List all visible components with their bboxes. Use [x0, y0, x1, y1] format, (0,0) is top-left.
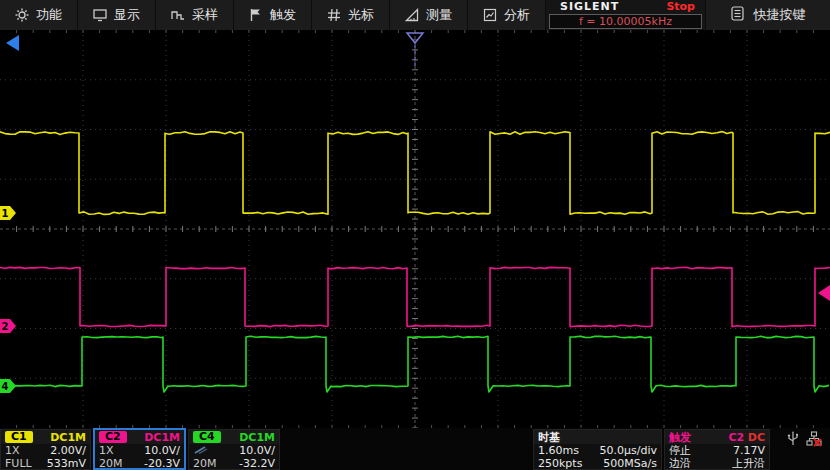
menu-item-measure[interactable]: 测量 — [390, 0, 468, 30]
menu-item-label: 光标 — [348, 6, 374, 24]
trigger-type: 边沿 — [669, 456, 691, 470]
offset-value: -32.2V — [239, 457, 275, 470]
sample-rate: 500MSa/s — [603, 457, 657, 470]
cursor-icon — [327, 8, 341, 22]
shortcut-keys-label: 快捷按键 — [754, 6, 806, 24]
channel-position-label: 4 — [2, 381, 9, 392]
menu-item-analysis[interactable]: 分析 — [468, 0, 546, 30]
gear-icon — [15, 8, 29, 22]
volts-per-div: 2.00V/ — [50, 444, 86, 457]
volts-per-div: 10.0V/ — [144, 444, 180, 457]
channel-box-c4[interactable]: C4 DC1M 10.0V/ 20M -32.2V — [188, 429, 280, 470]
menu-item-label: 采样 — [192, 6, 218, 24]
menu-item-label: 功能 — [36, 6, 62, 24]
menu-item-trigger[interactable]: 触发 — [234, 0, 312, 30]
offset-value: 533mV — [47, 457, 86, 470]
trigger-delay-marker[interactable] — [6, 35, 19, 51]
bandwidth-label: 20M — [193, 457, 217, 470]
channel-badge-c1: C1 — [5, 431, 33, 443]
measure-icon — [405, 8, 419, 22]
offset-value: -20.3V — [144, 457, 180, 470]
lan-disconnected-icon — [806, 431, 822, 450]
channel-badge-c2: C2 — [99, 431, 127, 443]
trigger-source: C2 — [729, 431, 745, 444]
coupling-label: DC1M — [239, 431, 275, 444]
graticule-and-traces: 124 — [0, 30, 830, 428]
channel-box-c1[interactable]: C1 DC1M 1X 2.00V/ FULL 533mV — [0, 429, 91, 470]
trigger-flag-icon — [249, 8, 263, 22]
logo-status-block: SIGLENT Stop f = 10.00005kHz — [546, 0, 706, 30]
attenuation-label: 1X — [99, 444, 114, 457]
menu-item-label: 分析 — [504, 6, 530, 24]
usb-icon — [786, 431, 800, 450]
timebase-box[interactable]: 时基 1.60ms 50.0µs/div 250kpts 500MSa/s — [533, 429, 662, 470]
menu-bar: 功能 显示 采样 触发 光标 测量 分析 SIGLENT — [0, 0, 830, 30]
menu-item-cursors[interactable]: 光标 — [312, 0, 390, 30]
menu-item-label: 显示 — [114, 6, 140, 24]
channel-position-label: 2 — [2, 321, 9, 332]
channel-box-c2[interactable]: C2 DC1M 1X 10.0V/ 20M -20.3V — [93, 428, 186, 470]
analysis-icon — [483, 8, 497, 22]
brand-logo: SIGLENT — [560, 0, 619, 13]
skew-icon — [193, 444, 209, 457]
trigger-coupling: DC — [748, 431, 765, 444]
acquisition-status: Stop — [666, 0, 695, 13]
coupling-label: DC1M — [144, 431, 180, 444]
menu-item-acquire[interactable]: 采样 — [156, 0, 234, 30]
trigger-box[interactable]: 触发 C2 DC 停止 7.17V 边沿 上升沿 — [664, 429, 770, 470]
trigger-slope: 上升沿 — [732, 456, 765, 470]
bandwidth-label: FULL — [5, 457, 32, 470]
volts-per-div: 10.0V/ — [239, 444, 275, 457]
menu-item-function[interactable]: 功能 — [0, 0, 78, 30]
timebase-delay: 1.60ms — [538, 444, 579, 457]
trigger-level-marker[interactable] — [818, 285, 830, 301]
coupling-label: DC1M — [50, 431, 86, 444]
menu-item-display[interactable]: 显示 — [78, 0, 156, 30]
channel-position-label: 1 — [2, 208, 9, 219]
shortcut-keys-button[interactable]: 快捷按键 — [706, 0, 830, 30]
waveform-display-area[interactable]: 124 — [0, 30, 830, 428]
menu-item-label: 触发 — [270, 6, 296, 24]
attenuation-label: 1X — [5, 444, 20, 457]
channel-badge-c4: C4 — [193, 431, 221, 443]
display-icon — [93, 8, 107, 22]
frequency-counter: f = 10.00005kHz — [549, 14, 702, 29]
menu-item-label: 测量 — [426, 6, 452, 24]
oscilloscope-screen: 功能 显示 采样 触发 光标 测量 分析 SIGLENT — [0, 0, 830, 470]
bandwidth-label: 20M — [99, 457, 123, 470]
timebase-scale: 50.0µs/div — [600, 444, 657, 457]
keypad-icon — [731, 6, 744, 24]
sampling-icon — [171, 8, 185, 22]
status-bar: C1 DC1M 1X 2.00V/ FULL 533mV C2 DC1M 1X … — [0, 428, 830, 470]
timebase-title: 时基 — [538, 430, 560, 445]
memory-depth: 250kpts — [538, 457, 582, 470]
